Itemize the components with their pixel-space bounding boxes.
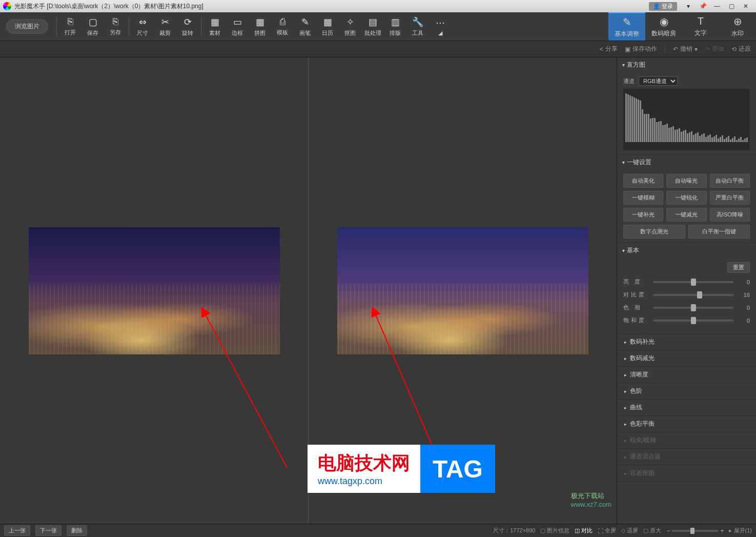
- tool-保存[interactable]: ▢保存: [81, 12, 104, 41]
- maximize-icon[interactable]: ▢: [724, 1, 739, 11]
- pin-icon[interactable]: 📌: [696, 1, 710, 11]
- tool-icon: ▭: [233, 16, 242, 28]
- tool-label: 旋转: [182, 29, 193, 37]
- zoom-slider[interactable]: − +: [666, 527, 724, 534]
- slider-thumb[interactable]: [691, 317, 696, 324]
- section-数码补光[interactable]: ▸数码补光: [617, 334, 756, 350]
- slider-亮 度: 亮 度 0: [623, 278, 750, 286]
- histogram-chart: [623, 89, 750, 150]
- expand-button[interactable]: ▸ 展开(1): [729, 527, 752, 534]
- tool-旋转[interactable]: ⟳旋转: [176, 12, 199, 41]
- minimize-icon[interactable]: —: [710, 1, 724, 11]
- prev-button[interactable]: 上一张: [4, 525, 30, 536]
- chevron-right-icon: ▸: [624, 438, 627, 443]
- histogram-header[interactable]: ▾直方图: [617, 57, 756, 72]
- tool-批处理[interactable]: ▤批处理: [361, 12, 384, 41]
- image-info-button[interactable]: ▢ 图片信息: [540, 527, 569, 534]
- section-通道混合器[interactable]: ▸通道混合器: [617, 449, 756, 465]
- delete-button[interactable]: 删除: [67, 525, 87, 536]
- basic-header[interactable]: ▾基本: [617, 243, 756, 258]
- section-色阶[interactable]: ▸色阶: [617, 383, 756, 400]
- tool-icon: ▤: [369, 16, 377, 28]
- fullscreen-button[interactable]: ⛶ 全屏: [598, 527, 616, 534]
- redo-button[interactable]: ↷ 重做: [705, 45, 724, 53]
- rtab-文字[interactable]: T文字: [682, 12, 719, 41]
- slider-track[interactable]: [653, 294, 733, 296]
- more-button[interactable]: ⋯◢: [429, 12, 452, 41]
- section-色彩平衡[interactable]: ▸色彩平衡: [617, 416, 756, 432]
- oneclick-高ISO降噪[interactable]: 高ISO降噪: [710, 208, 750, 222]
- rtab-水印[interactable]: ⊕水印: [719, 12, 756, 41]
- slider-value: 0: [738, 317, 750, 324]
- undo-button[interactable]: ↶ 撤销 ▾: [673, 45, 698, 53]
- next-button[interactable]: 下一张: [35, 525, 62, 536]
- window-title: 光影魔术手 [D:\tools\桌面\work（2）\work（0）素材\图片素…: [14, 2, 649, 11]
- section-容差抠图[interactable]: ▸容差抠图: [617, 465, 756, 482]
- tool-label: 拼图: [254, 29, 265, 37]
- oneclick-一键补光[interactable]: 一键补光: [623, 208, 663, 222]
- tool-label: 批处理: [364, 29, 381, 37]
- main-area: 电脑技术网 www.tagxp.com TAG 极光下载站 www.xz7.co…: [0, 57, 756, 524]
- oneclick-白平衡一指键[interactable]: 白平衡一指键: [688, 225, 750, 238]
- tool-模板[interactable]: ⎙模板: [271, 12, 294, 41]
- browse-button[interactable]: 浏览图片: [6, 19, 48, 34]
- slider-thumb[interactable]: [691, 279, 696, 286]
- oneclick-自动白平衡[interactable]: 自动白平衡: [710, 174, 750, 188]
- tool-打开[interactable]: ⎘打开: [59, 12, 81, 41]
- section-数码减光[interactable]: ▸数码减光: [617, 350, 756, 367]
- slider-track[interactable]: [653, 320, 733, 322]
- tool-抠图[interactable]: ✧抠图: [339, 12, 361, 41]
- tool-排版[interactable]: ▥排版: [384, 12, 406, 41]
- tool-拼图[interactable]: ▦拼图: [249, 12, 271, 41]
- watermark-title: 电脑技术网: [318, 451, 410, 476]
- oneclick-一键锐化[interactable]: 一键锐化: [666, 191, 706, 205]
- tool-icon: 🔧: [412, 16, 423, 28]
- slider-thumb[interactable]: [691, 304, 696, 311]
- slider-label: 饱和度: [623, 316, 649, 324]
- oneclick-数字点测光[interactable]: 数字点测光: [623, 225, 685, 238]
- login-button[interactable]: 👤 登录: [649, 2, 677, 11]
- restore-button[interactable]: ⟲ 还原: [731, 45, 751, 53]
- section-曲线[interactable]: ▸曲线: [617, 400, 756, 416]
- oneclick-自动曝光[interactable]: 自动曝光: [666, 174, 706, 188]
- canvas-left[interactable]: [0, 57, 308, 524]
- tool-label: 边框: [232, 29, 243, 37]
- slider-thumb[interactable]: [697, 291, 702, 299]
- chevron-right-icon: ▸: [624, 340, 627, 345]
- oneclick-自动美化[interactable]: 自动美化: [623, 174, 663, 188]
- tool-label: 工具: [412, 29, 423, 37]
- compare-button[interactable]: ◫ 对比: [575, 527, 592, 534]
- tool-日历[interactable]: ▦日历: [316, 12, 339, 41]
- dropdown-icon[interactable]: ▾: [681, 1, 696, 11]
- share-button[interactable]: < 分享: [600, 45, 618, 53]
- rtab-基本调整[interactable]: ✎基本调整: [608, 12, 645, 41]
- tool-画笔[interactable]: ✎画笔: [294, 12, 316, 41]
- oneclick-严重白平衡[interactable]: 严重白平衡: [710, 191, 750, 205]
- save-action-button[interactable]: ▣ 保存动作: [625, 45, 657, 53]
- image-edited: [337, 227, 588, 354]
- app-name: 光影魔术手: [14, 3, 45, 10]
- rtab-icon: ✎: [623, 16, 631, 28]
- reset-button[interactable]: 重置: [727, 262, 750, 273]
- tool-label: 尺寸: [137, 29, 148, 37]
- tool-工具[interactable]: 🔧工具: [406, 12, 429, 41]
- tool-尺寸[interactable]: ⇔尺寸: [131, 12, 154, 41]
- rtab-数码暗房[interactable]: ◉数码暗房: [645, 12, 682, 41]
- tool-素材[interactable]: ▦素材: [203, 12, 226, 41]
- oneclick-一键模糊[interactable]: 一键模糊: [623, 191, 663, 205]
- slider-track[interactable]: [653, 281, 733, 283]
- section-清晰度[interactable]: ▸清晰度: [617, 367, 756, 383]
- original-size-button[interactable]: ▢ 原大: [643, 527, 661, 534]
- channel-select[interactable]: RGB通道: [639, 76, 678, 86]
- rtab-label: 文字: [694, 29, 707, 37]
- close-icon[interactable]: ✕: [739, 1, 753, 11]
- oneclick-header[interactable]: ▾一键设置: [617, 155, 756, 170]
- oneclick-一键减光[interactable]: 一键减光: [666, 208, 706, 222]
- tool-裁剪[interactable]: ✂裁剪: [154, 12, 176, 41]
- tool-边框[interactable]: ▭边框: [226, 12, 249, 41]
- tool-另存[interactable]: ⎘另存: [104, 12, 127, 41]
- slider-label: 亮 度: [623, 278, 649, 286]
- section-锐化/模糊[interactable]: ▸锐化/模糊: [617, 432, 756, 449]
- fit-button[interactable]: ◇ 适屏: [621, 527, 638, 534]
- slider-track[interactable]: [653, 307, 733, 309]
